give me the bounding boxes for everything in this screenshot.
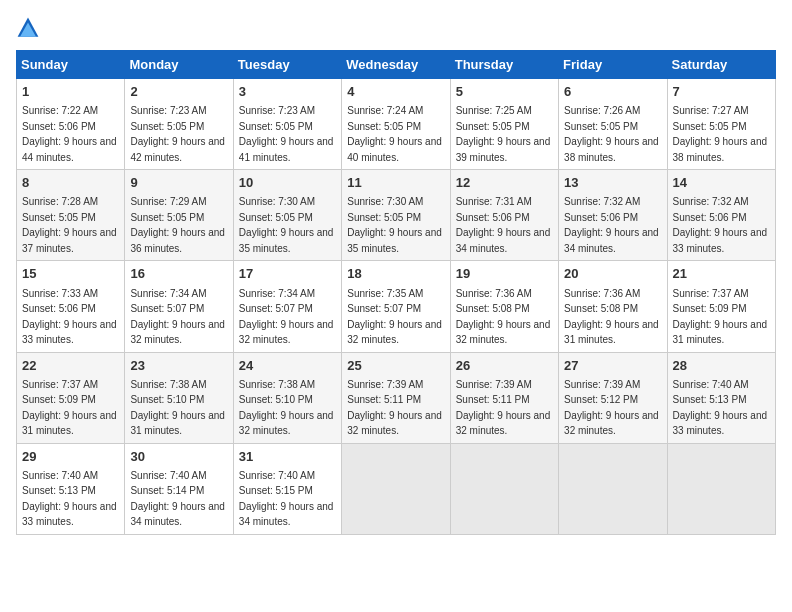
calendar-cell bbox=[342, 443, 450, 534]
day-number: 27 bbox=[564, 357, 661, 375]
day-number: 11 bbox=[347, 174, 444, 192]
day-detail: Sunrise: 7:23 AMSunset: 5:05 PMDaylight:… bbox=[239, 105, 334, 163]
day-detail: Sunrise: 7:32 AMSunset: 5:06 PMDaylight:… bbox=[564, 196, 659, 254]
calendar-cell: 17Sunrise: 7:34 AMSunset: 5:07 PMDayligh… bbox=[233, 261, 341, 352]
calendar-cell: 19Sunrise: 7:36 AMSunset: 5:08 PMDayligh… bbox=[450, 261, 558, 352]
day-detail: Sunrise: 7:40 AMSunset: 5:13 PMDaylight:… bbox=[673, 379, 768, 437]
day-number: 25 bbox=[347, 357, 444, 375]
logo-icon bbox=[16, 16, 40, 40]
day-number: 21 bbox=[673, 265, 770, 283]
header-wednesday: Wednesday bbox=[342, 51, 450, 79]
calendar-cell: 11Sunrise: 7:30 AMSunset: 5:05 PMDayligh… bbox=[342, 170, 450, 261]
day-number: 14 bbox=[673, 174, 770, 192]
logo bbox=[16, 16, 44, 40]
day-number: 30 bbox=[130, 448, 227, 466]
calendar-cell: 1Sunrise: 7:22 AMSunset: 5:06 PMDaylight… bbox=[17, 79, 125, 170]
day-detail: Sunrise: 7:28 AMSunset: 5:05 PMDaylight:… bbox=[22, 196, 117, 254]
day-number: 17 bbox=[239, 265, 336, 283]
day-detail: Sunrise: 7:24 AMSunset: 5:05 PMDaylight:… bbox=[347, 105, 442, 163]
calendar-cell: 5Sunrise: 7:25 AMSunset: 5:05 PMDaylight… bbox=[450, 79, 558, 170]
day-detail: Sunrise: 7:22 AMSunset: 5:06 PMDaylight:… bbox=[22, 105, 117, 163]
day-number: 12 bbox=[456, 174, 553, 192]
day-detail: Sunrise: 7:39 AMSunset: 5:11 PMDaylight:… bbox=[347, 379, 442, 437]
day-number: 31 bbox=[239, 448, 336, 466]
day-detail: Sunrise: 7:38 AMSunset: 5:10 PMDaylight:… bbox=[239, 379, 334, 437]
day-number: 5 bbox=[456, 83, 553, 101]
header-saturday: Saturday bbox=[667, 51, 775, 79]
day-detail: Sunrise: 7:26 AMSunset: 5:05 PMDaylight:… bbox=[564, 105, 659, 163]
calendar-cell bbox=[559, 443, 667, 534]
header-thursday: Thursday bbox=[450, 51, 558, 79]
calendar-cell: 20Sunrise: 7:36 AMSunset: 5:08 PMDayligh… bbox=[559, 261, 667, 352]
day-detail: Sunrise: 7:34 AMSunset: 5:07 PMDaylight:… bbox=[239, 288, 334, 346]
calendar-cell: 16Sunrise: 7:34 AMSunset: 5:07 PMDayligh… bbox=[125, 261, 233, 352]
calendar-row: 29Sunrise: 7:40 AMSunset: 5:13 PMDayligh… bbox=[17, 443, 776, 534]
header-friday: Friday bbox=[559, 51, 667, 79]
day-detail: Sunrise: 7:37 AMSunset: 5:09 PMDaylight:… bbox=[22, 379, 117, 437]
calendar-row: 15Sunrise: 7:33 AMSunset: 5:06 PMDayligh… bbox=[17, 261, 776, 352]
day-detail: Sunrise: 7:27 AMSunset: 5:05 PMDaylight:… bbox=[673, 105, 768, 163]
calendar-cell: 12Sunrise: 7:31 AMSunset: 5:06 PMDayligh… bbox=[450, 170, 558, 261]
calendar-cell: 21Sunrise: 7:37 AMSunset: 5:09 PMDayligh… bbox=[667, 261, 775, 352]
day-number: 26 bbox=[456, 357, 553, 375]
day-number: 9 bbox=[130, 174, 227, 192]
day-number: 28 bbox=[673, 357, 770, 375]
calendar-cell: 2Sunrise: 7:23 AMSunset: 5:05 PMDaylight… bbox=[125, 79, 233, 170]
day-number: 22 bbox=[22, 357, 119, 375]
day-number: 1 bbox=[22, 83, 119, 101]
day-detail: Sunrise: 7:39 AMSunset: 5:11 PMDaylight:… bbox=[456, 379, 551, 437]
day-detail: Sunrise: 7:34 AMSunset: 5:07 PMDaylight:… bbox=[130, 288, 225, 346]
day-detail: Sunrise: 7:35 AMSunset: 5:07 PMDaylight:… bbox=[347, 288, 442, 346]
day-number: 16 bbox=[130, 265, 227, 283]
calendar-cell: 29Sunrise: 7:40 AMSunset: 5:13 PMDayligh… bbox=[17, 443, 125, 534]
calendar-table: Sunday Monday Tuesday Wednesday Thursday… bbox=[16, 50, 776, 535]
day-detail: Sunrise: 7:30 AMSunset: 5:05 PMDaylight:… bbox=[239, 196, 334, 254]
day-number: 23 bbox=[130, 357, 227, 375]
day-number: 29 bbox=[22, 448, 119, 466]
day-number: 20 bbox=[564, 265, 661, 283]
day-detail: Sunrise: 7:30 AMSunset: 5:05 PMDaylight:… bbox=[347, 196, 442, 254]
calendar-cell: 6Sunrise: 7:26 AMSunset: 5:05 PMDaylight… bbox=[559, 79, 667, 170]
day-number: 7 bbox=[673, 83, 770, 101]
calendar-row: 1Sunrise: 7:22 AMSunset: 5:06 PMDaylight… bbox=[17, 79, 776, 170]
day-number: 10 bbox=[239, 174, 336, 192]
day-detail: Sunrise: 7:40 AMSunset: 5:14 PMDaylight:… bbox=[130, 470, 225, 528]
day-detail: Sunrise: 7:32 AMSunset: 5:06 PMDaylight:… bbox=[673, 196, 768, 254]
calendar-cell: 3Sunrise: 7:23 AMSunset: 5:05 PMDaylight… bbox=[233, 79, 341, 170]
calendar-cell: 31Sunrise: 7:40 AMSunset: 5:15 PMDayligh… bbox=[233, 443, 341, 534]
day-number: 8 bbox=[22, 174, 119, 192]
calendar-cell: 26Sunrise: 7:39 AMSunset: 5:11 PMDayligh… bbox=[450, 352, 558, 443]
day-detail: Sunrise: 7:39 AMSunset: 5:12 PMDaylight:… bbox=[564, 379, 659, 437]
day-detail: Sunrise: 7:33 AMSunset: 5:06 PMDaylight:… bbox=[22, 288, 117, 346]
calendar-cell: 24Sunrise: 7:38 AMSunset: 5:10 PMDayligh… bbox=[233, 352, 341, 443]
calendar-cell: 28Sunrise: 7:40 AMSunset: 5:13 PMDayligh… bbox=[667, 352, 775, 443]
day-number: 3 bbox=[239, 83, 336, 101]
calendar-cell: 9Sunrise: 7:29 AMSunset: 5:05 PMDaylight… bbox=[125, 170, 233, 261]
day-number: 13 bbox=[564, 174, 661, 192]
calendar-cell: 7Sunrise: 7:27 AMSunset: 5:05 PMDaylight… bbox=[667, 79, 775, 170]
header-sunday: Sunday bbox=[17, 51, 125, 79]
calendar-cell: 27Sunrise: 7:39 AMSunset: 5:12 PMDayligh… bbox=[559, 352, 667, 443]
calendar-cell bbox=[450, 443, 558, 534]
day-number: 4 bbox=[347, 83, 444, 101]
header-monday: Monday bbox=[125, 51, 233, 79]
page-header bbox=[16, 16, 776, 40]
day-number: 19 bbox=[456, 265, 553, 283]
calendar-cell: 8Sunrise: 7:28 AMSunset: 5:05 PMDaylight… bbox=[17, 170, 125, 261]
day-detail: Sunrise: 7:31 AMSunset: 5:06 PMDaylight:… bbox=[456, 196, 551, 254]
calendar-cell: 14Sunrise: 7:32 AMSunset: 5:06 PMDayligh… bbox=[667, 170, 775, 261]
calendar-cell: 13Sunrise: 7:32 AMSunset: 5:06 PMDayligh… bbox=[559, 170, 667, 261]
calendar-cell: 10Sunrise: 7:30 AMSunset: 5:05 PMDayligh… bbox=[233, 170, 341, 261]
calendar-cell: 22Sunrise: 7:37 AMSunset: 5:09 PMDayligh… bbox=[17, 352, 125, 443]
calendar-cell bbox=[667, 443, 775, 534]
day-number: 24 bbox=[239, 357, 336, 375]
calendar-row: 22Sunrise: 7:37 AMSunset: 5:09 PMDayligh… bbox=[17, 352, 776, 443]
calendar-cell: 18Sunrise: 7:35 AMSunset: 5:07 PMDayligh… bbox=[342, 261, 450, 352]
day-number: 15 bbox=[22, 265, 119, 283]
day-number: 18 bbox=[347, 265, 444, 283]
calendar-cell: 23Sunrise: 7:38 AMSunset: 5:10 PMDayligh… bbox=[125, 352, 233, 443]
header-tuesday: Tuesday bbox=[233, 51, 341, 79]
calendar-row: 8Sunrise: 7:28 AMSunset: 5:05 PMDaylight… bbox=[17, 170, 776, 261]
day-detail: Sunrise: 7:37 AMSunset: 5:09 PMDaylight:… bbox=[673, 288, 768, 346]
day-detail: Sunrise: 7:36 AMSunset: 5:08 PMDaylight:… bbox=[564, 288, 659, 346]
